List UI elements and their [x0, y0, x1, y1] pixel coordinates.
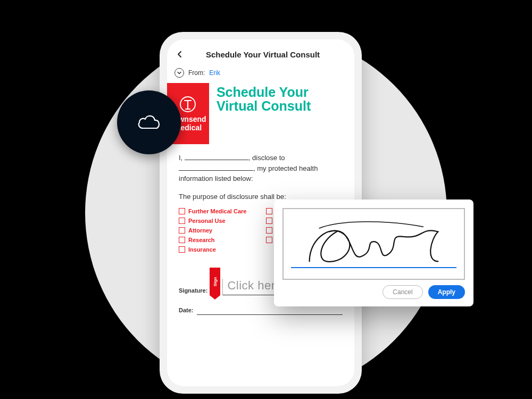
apply-button[interactable]: Apply: [428, 285, 465, 299]
checkbox-further-medical-care[interactable]: Further Medical Care: [179, 208, 255, 214]
checkbox-research[interactable]: Research: [179, 237, 255, 243]
page-title: Schedule Your Virtual Consult: [179, 50, 347, 59]
checkbox-insurance[interactable]: Insurance: [179, 246, 255, 253]
name-blank[interactable]: [185, 160, 248, 160]
sign-here-tag[interactable]: Sign: [210, 268, 220, 295]
signature-drawing: [300, 214, 448, 269]
consent-suffix1: , disclose to: [248, 154, 285, 162]
date-label: Date:: [179, 307, 194, 315]
signature-panel: Cancel Apply: [274, 200, 473, 306]
from-name: Erik: [209, 69, 220, 77]
checkbox-personal-use[interactable]: Personal Use: [179, 218, 255, 224]
cloud-icon: [134, 107, 164, 138]
signature-label: Signature:: [179, 287, 207, 295]
document-header: Townsend Medical Schedule Your Virtual C…: [167, 83, 354, 144]
document-title: Schedule Your Virtual Consult: [217, 85, 347, 113]
sign-tag-text: Sign: [213, 277, 218, 286]
signature-canvas[interactable]: [282, 208, 465, 280]
recipient-blank[interactable]: [179, 170, 253, 171]
consent-suffix2: , my protected health: [253, 164, 318, 172]
consent-line3: information listed below:: [179, 173, 343, 184]
consent-text: I, , disclose to , my protected health i…: [167, 144, 354, 202]
signature-baseline: [291, 267, 456, 268]
from-row[interactable]: From: Erik: [167, 65, 354, 83]
cancel-button[interactable]: Cancel: [383, 285, 422, 299]
date-row: Date:: [167, 307, 354, 315]
consent-prefix: I,: [179, 154, 182, 162]
from-label: From:: [188, 69, 205, 77]
cloud-badge: [117, 90, 181, 154]
date-field[interactable]: [197, 307, 343, 315]
chevron-down-icon[interactable]: [174, 68, 184, 78]
app-header: Schedule Your Virtual Consult: [167, 39, 354, 65]
checkbox-attorney[interactable]: Attorney: [179, 227, 255, 234]
signature-actions: Cancel Apply: [282, 285, 465, 299]
